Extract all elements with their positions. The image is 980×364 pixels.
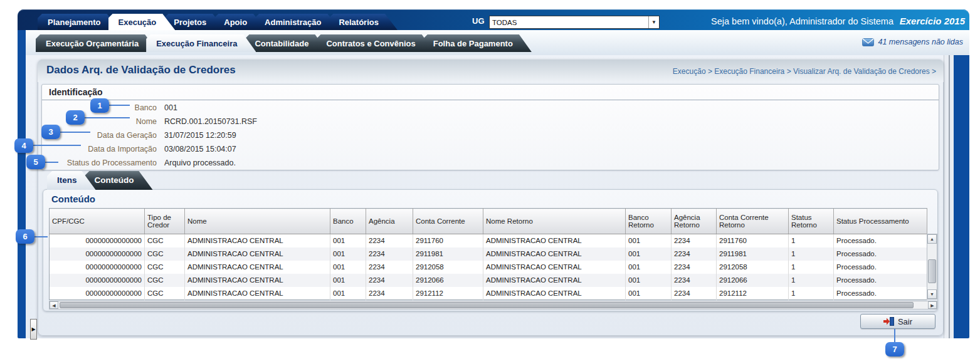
table-cell: 2912112 — [413, 287, 483, 300]
table-cell: 00000000000000 — [50, 261, 145, 274]
vertical-scrollbar[interactable]: ▲ ▼ — [927, 234, 937, 299]
field-label-data-da-geracao: Data da Geração — [49, 128, 157, 142]
annotation-line-4 — [33, 145, 81, 146]
column-header-cpf-cgc: CPF/CGC — [50, 209, 145, 234]
primary-tab-planejamento[interactable]: Planejamento — [38, 14, 120, 30]
field-value-nome: RCRD.001.20150731.RSF — [164, 115, 257, 128]
creditors-table: CPF/CGCTipo de CredorNomeBancoAgênciaCon… — [49, 208, 927, 300]
primary-tab-execucao[interactable]: Execução — [108, 14, 176, 30]
scroll-up-arrow-icon[interactable]: ▲ — [927, 234, 937, 244]
table-cell: CGC — [145, 274, 185, 287]
vertical-scroll-thumb[interactable] — [928, 259, 936, 283]
field-label-status-do-processamento: Status do Processamento — [49, 156, 157, 170]
secondary-tab-contabilidade[interactable]: Contabilidade — [245, 34, 327, 52]
chevron-down-icon: ▼ — [648, 16, 659, 28]
table-cell: 1 — [789, 247, 834, 261]
right-edge-line — [949, 55, 950, 338]
scroll-right-arrow-icon[interactable]: ▶ — [928, 301, 937, 309]
column-header-agencia: Agência — [366, 209, 413, 234]
exit-door-icon — [883, 317, 894, 326]
primary-tab-administracao[interactable]: Administração — [255, 14, 340, 30]
table-cell: 2912112 — [717, 287, 789, 300]
exercise-year: Exercício 2015 — [900, 16, 965, 26]
table-row[interactable]: 00000000000000CGCADMINISTRACAO CENTRAL00… — [50, 261, 927, 274]
breadcrumb[interactable]: Execução > Execução Financeira > Visuali… — [673, 67, 936, 76]
table-row[interactable]: 00000000000000CGCADMINISTRACAO CENTRAL00… — [50, 287, 927, 300]
column-header-tipo-de-credor: Tipo de Credor — [145, 209, 185, 234]
table-cell: 001 — [330, 247, 366, 261]
table-cell: 2912066 — [413, 274, 483, 287]
table-cell: ADMINISTRACAO CENTRAL — [185, 234, 330, 247]
page: PlanejamentoExecuçãoProjetosApoioAdminis… — [0, 0, 980, 364]
annotation-badge-3: 3 — [41, 125, 60, 139]
column-header-conta-corrente: Conta Corrente — [413, 209, 483, 234]
table-cell: Processado. — [834, 261, 927, 274]
column-header-nome-retorno: Nome Retorno — [483, 209, 626, 234]
table-cell: 001 — [626, 287, 672, 300]
annotation-line-7 — [894, 329, 895, 343]
secondary-tab-execucao-orcamentaria[interactable]: Execução Orçamentária — [36, 34, 157, 52]
ug-select[interactable]: TODAS ▼ — [489, 16, 660, 29]
table-cell: 1 — [789, 261, 834, 274]
horizontal-scrollbar[interactable]: ◀ ▶ — [49, 301, 937, 309]
ug-label: UG — [472, 16, 485, 26]
table-cell: ADMINISTRACAO CENTRAL — [483, 287, 626, 300]
table-cell: 001 — [330, 261, 366, 274]
identification-title: Identificação — [49, 87, 103, 97]
table-row[interactable]: 00000000000000CGCADMINISTRACAO CENTRAL00… — [50, 247, 927, 261]
column-header-status-processamento: Status Processamento — [834, 209, 927, 234]
right-edge-strip — [944, 55, 954, 338]
column-header-nome: Nome — [185, 209, 330, 234]
table-cell: 2911760 — [717, 234, 789, 247]
table-cell: 2911981 — [717, 247, 789, 261]
ug-select-value: TODAS — [492, 19, 517, 26]
table-cell: ADMINISTRACAO CENTRAL — [185, 261, 330, 274]
table-cell: 2911760 — [413, 234, 483, 247]
field-value-data-da-importacao: 03/08/2015 15:04:07 — [164, 142, 257, 156]
table-cell: 001 — [626, 234, 672, 247]
annotation-badge-1: 1 — [90, 98, 109, 113]
table-cell: 2234 — [366, 234, 413, 247]
secondary-tab-contratos-e-convenios[interactable]: Contratos e Convênios — [316, 34, 434, 52]
annotation-badge-2: 2 — [66, 110, 85, 125]
creditors-table-wrap: CPF/CGCTipo de CredorNomeBancoAgênciaCon… — [49, 208, 927, 300]
table-cell: 001 — [626, 261, 672, 274]
table-cell: Processado. — [834, 234, 927, 247]
page-title: Dados Arq. de Validação de Credores — [46, 64, 236, 76]
table-cell: 00000000000000 — [50, 234, 145, 247]
field-value-data-da-geracao: 31/07/2015 12:20:59 — [164, 128, 257, 142]
table-row[interactable]: 00000000000000CGCADMINISTRACAO CENTRAL00… — [50, 274, 927, 287]
table-cell: 2234 — [672, 261, 717, 274]
annotation-line-3 — [60, 132, 90, 133]
table-cell: 001 — [626, 247, 672, 261]
table-row[interactable]: 00000000000000CGCADMINISTRACAO CENTRAL00… — [50, 234, 927, 247]
messages-indicator[interactable]: 41 mensagens não lidas — [862, 38, 963, 46]
table-cell: Processado. — [834, 287, 927, 300]
annotation-line-2 — [84, 117, 130, 118]
scroll-left-arrow-icon[interactable]: ◀ — [50, 301, 58, 309]
table-cell: 1 — [789, 274, 834, 287]
field-value-status-do-processamento: Arquivo processado. — [164, 156, 257, 170]
table-cell: 001 — [330, 274, 366, 287]
table-cell: 2912058 — [413, 261, 483, 274]
column-header-banco: Banco — [330, 209, 366, 234]
annotation-line-1 — [108, 105, 130, 106]
exit-button[interactable]: Sair — [860, 314, 935, 329]
table-cell: CGC — [145, 234, 185, 247]
sidebar-collapse-handle[interactable]: ▶ — [30, 319, 37, 340]
table-header-row: CPF/CGCTipo de CredorNomeBancoAgênciaCon… — [50, 209, 927, 234]
secondary-tab-folha-de-pagamento[interactable]: Folha de Pagamento — [423, 34, 532, 52]
table-cell: 00000000000000 — [50, 247, 145, 261]
table-cell: 2234 — [672, 287, 717, 300]
content-title: Conteúdo — [51, 194, 95, 204]
messages-unread-text: 41 mensagens não lidas — [878, 38, 963, 46]
scroll-down-arrow-icon[interactable]: ▼ — [927, 289, 937, 299]
table-cell: 2234 — [672, 234, 717, 247]
table-cell: 2234 — [366, 274, 413, 287]
field-value-banco: 001 — [164, 101, 257, 115]
table-cell: CGC — [145, 247, 185, 261]
annotation-badge-4: 4 — [14, 138, 33, 153]
horizontal-scroll-thumb[interactable] — [60, 302, 914, 308]
table-cell: ADMINISTRACAO CENTRAL — [483, 234, 626, 247]
secondary-tab-execucao-financeira[interactable]: Execução Financeira — [146, 34, 256, 52]
